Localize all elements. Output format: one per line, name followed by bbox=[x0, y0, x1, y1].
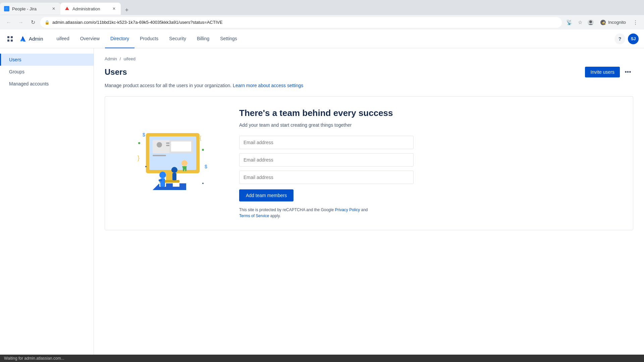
svg-rect-7 bbox=[7, 36, 9, 38]
tab-title-1: People - Jira bbox=[12, 6, 48, 11]
recaptcha-notice: This site is protected by reCAPTCHA and … bbox=[239, 207, 414, 219]
page-header: Users Invite users ••• bbox=[105, 67, 633, 77]
menu-button[interactable]: ⋮ bbox=[631, 18, 640, 27]
browser-actions: 📡 ☆ 🕵 Incognito ⋮ bbox=[565, 18, 640, 27]
nav-item-uifeed[interactable]: uifeed bbox=[51, 29, 75, 48]
status-text: Waiting for admin.atlassian.com... bbox=[4, 356, 64, 361]
email-inputs bbox=[239, 136, 622, 184]
svg-text:🕵: 🕵 bbox=[601, 20, 606, 25]
browser-toolbar: ← → ↻ 🔒 admin.atlassian.com/o/11bbd1kc-k… bbox=[0, 15, 644, 29]
sidebar-item-users[interactable]: Users bbox=[0, 54, 94, 66]
invite-card: } { $ $ There's a team behind every succ… bbox=[105, 96, 633, 230]
tab-close-2[interactable]: ✕ bbox=[111, 6, 117, 11]
browser-tab-people[interactable]: 🔷 People - Jira ✕ bbox=[0, 3, 60, 15]
svg-point-25 bbox=[171, 167, 177, 173]
back-button[interactable]: ← bbox=[4, 18, 13, 27]
lock-icon: 🔒 bbox=[45, 20, 50, 25]
tab-close-1[interactable]: ✕ bbox=[51, 6, 56, 11]
invite-subheadline: Add your team and start creating great t… bbox=[239, 122, 622, 128]
tab-title-2: Administration bbox=[72, 6, 109, 11]
bookmark-button[interactable]: ☆ bbox=[575, 18, 585, 27]
breadcrumb-org[interactable]: uifeed bbox=[123, 56, 135, 61]
svg-point-22 bbox=[159, 172, 166, 178]
status-bar: Waiting for admin.atlassian.com... bbox=[0, 355, 644, 362]
incognito-button[interactable]: 🕵 Incognito bbox=[597, 18, 629, 27]
profile-button[interactable] bbox=[586, 18, 595, 27]
tab-bar: 🔷 People - Jira ✕ Administration ✕ + bbox=[0, 0, 644, 15]
nav-item-settings[interactable]: Settings bbox=[215, 29, 243, 48]
sidebar: Users Groups Managed accounts bbox=[0, 48, 94, 355]
more-options-icon: ••• bbox=[625, 69, 631, 76]
svg-point-4 bbox=[589, 20, 592, 23]
address-text: admin.atlassian.com/o/11bbd1kc-k523-1k7a… bbox=[52, 20, 557, 25]
svg-rect-29 bbox=[185, 166, 186, 171]
page-content: Admin uifeed Overview Directory Products… bbox=[0, 29, 644, 355]
svg-text:🔷: 🔷 bbox=[5, 7, 9, 11]
invite-illustration: } { $ $ bbox=[116, 116, 223, 210]
email-input-2[interactable] bbox=[239, 153, 414, 167]
main-content: Admin / uifeed Users Invite users ••• bbox=[94, 48, 644, 355]
breadcrumb-admin[interactable]: Admin bbox=[105, 56, 117, 61]
top-nav-left: Admin bbox=[5, 34, 43, 44]
page-description: Manage product access for all the users … bbox=[105, 83, 633, 88]
page-title: Users bbox=[105, 67, 127, 77]
cast-button[interactable]: 📡 bbox=[565, 18, 574, 27]
invite-form-section: There's a team behind every success Add … bbox=[239, 108, 622, 219]
svg-rect-26 bbox=[172, 173, 176, 180]
header-actions: Invite users ••• bbox=[585, 67, 633, 77]
invite-headline: There's a team behind every success bbox=[239, 108, 622, 118]
forward-button[interactable]: → bbox=[16, 18, 25, 27]
browser-tab-admin[interactable]: Administration ✕ bbox=[60, 3, 121, 15]
top-nav: Admin uifeed Overview Directory Products… bbox=[0, 29, 644, 48]
svg-point-37 bbox=[145, 166, 147, 167]
svg-text:$: $ bbox=[205, 164, 207, 169]
add-team-members-button[interactable]: Add team members bbox=[239, 189, 293, 201]
main-layout: Users Groups Managed accounts Admin / ui… bbox=[0, 48, 644, 355]
top-nav-menu: uifeed Overview Directory Products Secur… bbox=[51, 29, 614, 48]
svg-point-27 bbox=[181, 160, 187, 166]
email-input-3[interactable] bbox=[239, 171, 414, 184]
sidebar-item-managed-accounts[interactable]: Managed accounts bbox=[0, 78, 94, 90]
svg-rect-19 bbox=[171, 141, 191, 152]
atlassian-admin-text: Admin bbox=[29, 36, 43, 42]
address-bar[interactable]: 🔒 admin.atlassian.com/o/11bbd1kc-k523-1k… bbox=[40, 17, 562, 28]
svg-rect-10 bbox=[11, 40, 13, 42]
apps-grid-icon[interactable] bbox=[5, 34, 15, 44]
svg-rect-17 bbox=[153, 155, 166, 156]
refresh-button[interactable]: ↻ bbox=[28, 18, 38, 27]
terms-of-service-link[interactable]: Terms of Service bbox=[239, 214, 269, 218]
help-button[interactable]: ? bbox=[614, 34, 625, 44]
nav-item-billing[interactable]: Billing bbox=[192, 29, 215, 48]
svg-rect-20 bbox=[166, 173, 173, 180]
learn-more-link[interactable]: Learn more about access settings bbox=[233, 83, 303, 88]
top-nav-right: ? SJ bbox=[614, 34, 639, 44]
tab-favicon-1: 🔷 bbox=[4, 6, 9, 11]
new-tab-button[interactable]: + bbox=[122, 5, 131, 15]
breadcrumb: Admin / uifeed bbox=[105, 56, 633, 61]
svg-text:$: $ bbox=[143, 132, 145, 137]
nav-item-overview[interactable]: Overview bbox=[75, 29, 105, 48]
svg-marker-2 bbox=[65, 7, 69, 10]
tab-favicon-2 bbox=[64, 6, 70, 11]
privacy-policy-link[interactable]: Privacy Policy bbox=[335, 207, 360, 212]
svg-text:{: { bbox=[200, 135, 202, 141]
atlassian-logo[interactable]: Admin bbox=[19, 35, 43, 43]
invite-users-button[interactable]: Invite users bbox=[585, 67, 620, 77]
svg-text:}: } bbox=[138, 155, 140, 161]
svg-rect-8 bbox=[11, 36, 13, 38]
svg-point-32 bbox=[202, 149, 204, 151]
sidebar-item-groups[interactable]: Groups bbox=[0, 66, 94, 78]
email-input-1[interactable] bbox=[239, 136, 414, 149]
nav-item-security[interactable]: Security bbox=[164, 29, 192, 48]
svg-point-14 bbox=[157, 142, 162, 147]
svg-rect-28 bbox=[183, 166, 184, 171]
avatar[interactable]: SJ bbox=[628, 34, 639, 44]
nav-item-directory[interactable]: Directory bbox=[105, 29, 135, 48]
svg-rect-24 bbox=[159, 179, 162, 181]
svg-point-31 bbox=[138, 142, 140, 144]
nav-item-products[interactable]: Products bbox=[135, 29, 164, 48]
svg-point-38 bbox=[202, 183, 204, 184]
incognito-label: Incognito bbox=[608, 20, 626, 25]
svg-rect-9 bbox=[7, 40, 9, 42]
more-options-button[interactable]: ••• bbox=[623, 67, 633, 77]
